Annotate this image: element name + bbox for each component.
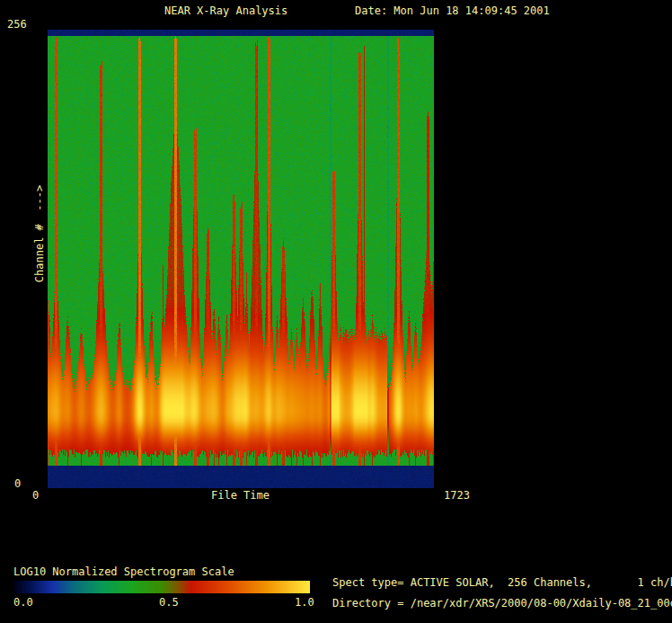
colorbar-tick-mid: 0.5 xyxy=(159,596,179,609)
colorbar-tick-max: 1.0 xyxy=(295,596,314,609)
x-axis-title: File Time xyxy=(211,489,270,502)
y-axis-max-label: 256 xyxy=(7,18,27,31)
spectrogram-image xyxy=(48,30,434,488)
x-axis-max-label: 1723 xyxy=(444,489,470,502)
channel-axis-label: Channel # ---> xyxy=(33,185,46,282)
colorbar-title: LOG10 Normalized Spectrogram Scale xyxy=(13,565,234,578)
y-axis-min-label: 0 xyxy=(14,477,21,490)
spect-type-line: Spect type= ACTIVE SOLAR, 256 Channels, … xyxy=(332,576,672,589)
x-axis-min-label: 0 xyxy=(32,489,39,502)
colorbar xyxy=(13,581,310,593)
date-label: Date: Mon Jun 18 14:09:45 2001 xyxy=(355,4,550,17)
colorbar-tick-min: 0.0 xyxy=(13,596,33,609)
directory-line: Directory = /near/xdr/XRS/2000/08-00/Xda… xyxy=(332,597,672,610)
window-title: NEAR X-Ray Analysis xyxy=(164,4,287,17)
